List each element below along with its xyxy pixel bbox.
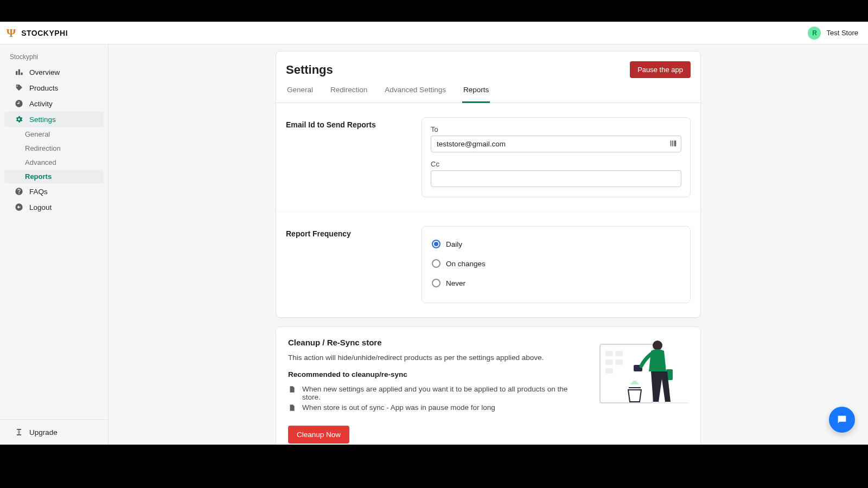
main-content: Settings Pause the app General Redirecti… <box>108 44 868 445</box>
sidebar-item-faqs[interactable]: FAQs <box>4 184 104 199</box>
chat-fab[interactable] <box>829 407 855 433</box>
sidebar-sub-general[interactable]: General <box>4 127 104 141</box>
radio-icon <box>432 279 441 287</box>
sidebar: Stockyphi Overview Products Activity <box>0 44 108 445</box>
tab-general[interactable]: General <box>286 86 314 103</box>
sidebar-upgrade[interactable]: Upgrade <box>4 425 104 440</box>
email-section: Email Id to Send Reports To Cc <box>276 103 700 211</box>
sidebar-item-label: Activity <box>29 100 53 108</box>
pause-app-button[interactable]: Pause the app <box>630 61 691 78</box>
cleanup-subheading: Recommended to cleanup/re-sync <box>288 370 583 378</box>
sidebar-item-label: FAQs <box>29 188 48 196</box>
sidebar-item-products[interactable]: Products <box>4 80 104 95</box>
doc-icon <box>288 404 297 413</box>
cleanup-now-button[interactable]: Cleanup Now <box>288 426 349 444</box>
radio-label: On changes <box>446 260 486 268</box>
cleanup-bullet: When store is out of sync - App was in p… <box>288 402 583 414</box>
sidebar-item-overview[interactable]: Overview <box>4 65 104 80</box>
radio-label: Daily <box>446 240 462 248</box>
chat-icon <box>836 414 848 426</box>
svg-rect-1 <box>672 140 673 146</box>
logout-icon <box>14 202 24 212</box>
radio-on-changes[interactable]: On changes <box>431 254 681 273</box>
cleanup-desc: This action will hide/unhide/redirect pr… <box>288 354 583 362</box>
frequency-heading: Report Frequency <box>286 226 411 303</box>
tag-icon <box>14 83 24 93</box>
bullet-text: When new settings are applied and you wa… <box>302 385 583 401</box>
sidebar-item-activity[interactable]: Activity <box>4 96 104 111</box>
sidebar-sub-reports[interactable]: Reports <box>4 170 104 183</box>
cc-label: Cc <box>431 160 681 168</box>
sidebar-section-label: Stockyphi <box>0 51 108 64</box>
frequency-section: Report Frequency Daily On changes <box>276 211 700 317</box>
to-input[interactable] <box>431 136 681 152</box>
sidebar-item-label: Logout <box>29 203 52 211</box>
svg-rect-2 <box>674 140 676 146</box>
svg-rect-0 <box>671 140 672 146</box>
gear-icon <box>14 114 24 124</box>
tab-advanced-settings[interactable]: Advanced Settings <box>384 86 447 103</box>
bullet-text: When store is out of sync - App was in p… <box>302 403 495 412</box>
sidebar-item-label: Overview <box>29 68 60 76</box>
settings-card: Settings Pause the app General Redirecti… <box>276 51 701 318</box>
radio-daily[interactable]: Daily <box>431 234 681 254</box>
sidebar-item-label: Settings <box>29 115 56 124</box>
sidebar-item-label: Products <box>29 84 58 92</box>
svg-rect-4 <box>605 351 613 356</box>
svg-point-10 <box>653 341 662 350</box>
tab-reports[interactable]: Reports <box>462 86 490 103</box>
password-manager-icon[interactable] <box>669 139 677 149</box>
svg-rect-6 <box>605 359 613 365</box>
cleanup-card: Cleanup / Re-Sync store This action will… <box>276 326 701 445</box>
logo[interactable]: Ψ STOCKYPHI <box>7 26 68 40</box>
app-header: Ψ STOCKYPHI R Test Store <box>0 22 868 44</box>
radio-icon <box>432 240 441 248</box>
logo-mark-icon: Ψ <box>7 26 16 40</box>
svg-rect-7 <box>615 359 623 365</box>
svg-rect-8 <box>605 368 613 374</box>
radio-never[interactable]: Never <box>431 273 681 293</box>
email-panel: To Cc <box>422 117 691 197</box>
frequency-panel: Daily On changes Never <box>422 226 691 303</box>
radio-icon <box>432 259 441 268</box>
store-switcher[interactable]: R Test Store <box>808 27 858 40</box>
cleanup-title: Cleanup / Re-Sync store <box>288 338 583 347</box>
svg-rect-5 <box>615 351 623 356</box>
clock-icon <box>14 99 24 108</box>
brand-name: STOCKYPHI <box>21 29 68 37</box>
to-label: To <box>431 125 681 133</box>
sidebar-sub-redirection[interactable]: Redirection <box>4 142 104 155</box>
sidebar-sub-advanced[interactable]: Advanced <box>4 156 104 169</box>
help-icon <box>14 187 24 196</box>
page-title: Settings <box>286 63 333 77</box>
settings-tabs: General Redirection Advanced Settings Re… <box>276 78 700 103</box>
radio-label: Never <box>446 279 465 287</box>
store-name: Test Store <box>826 29 858 37</box>
sidebar-item-logout[interactable]: Logout <box>4 200 104 215</box>
doc-icon <box>288 386 297 394</box>
cleanup-bullet: When new settings are applied and you wa… <box>288 384 583 402</box>
dollar-icon <box>14 427 24 437</box>
tab-redirection[interactable]: Redirection <box>329 86 368 103</box>
email-section-heading: Email Id to Send Reports <box>286 117 411 197</box>
cleanup-illustration <box>599 338 688 444</box>
sidebar-item-label: Upgrade <box>29 428 58 436</box>
overview-icon <box>14 67 24 77</box>
sidebar-item-settings[interactable]: Settings <box>4 112 104 127</box>
avatar: R <box>808 27 821 40</box>
cc-input[interactable] <box>431 170 681 187</box>
